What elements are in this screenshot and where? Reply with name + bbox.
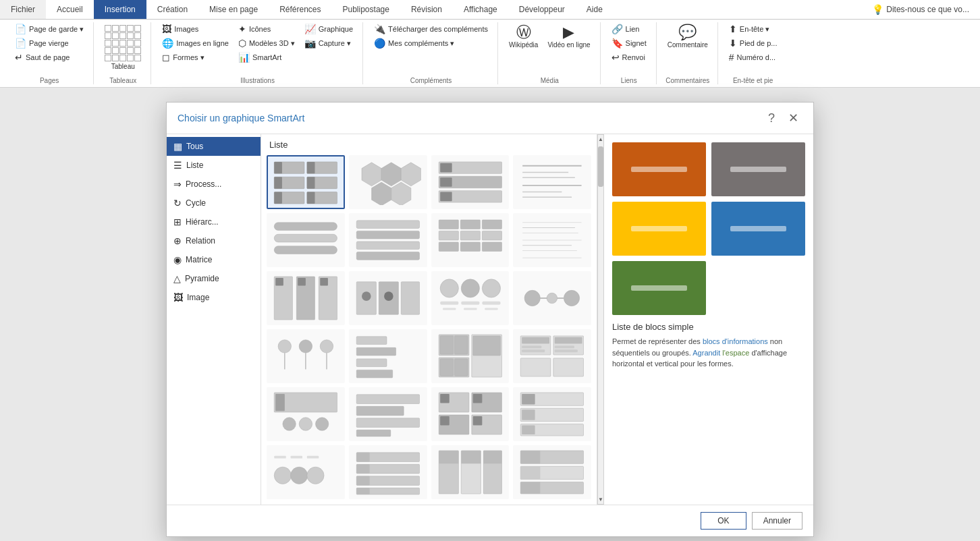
smartart-item-grid2[interactable] bbox=[513, 213, 591, 267]
svg-rect-135 bbox=[307, 456, 319, 459]
smartart-item-stepped[interactable] bbox=[349, 387, 427, 441]
hierarchie-icon: ⊞ bbox=[173, 217, 182, 227]
smartart-item-hexagons[interactable] bbox=[349, 155, 427, 209]
tab-references[interactable]: Références bbox=[269, 0, 331, 19]
smartart-dialog: Choisir un graphique SmartArt ? ✕ ▦ Tous bbox=[166, 102, 814, 537]
category-image[interactable]: 🖼 Image bbox=[167, 288, 261, 307]
telecharger-complements-button[interactable]: 🔌 Télécharger des compléments bbox=[370, 22, 492, 36]
images-en-ligne-button[interactable]: 🌐 Images en ligne bbox=[158, 36, 233, 50]
smartart-item-big-blocks[interactable] bbox=[431, 445, 510, 499]
smartart-item-circles-connected[interactable] bbox=[513, 271, 591, 325]
smartart-item-stacked-big[interactable] bbox=[513, 445, 591, 499]
smartart-item-lines[interactable] bbox=[513, 155, 591, 209]
scroll-down-arrow[interactable]: ▼ bbox=[597, 495, 605, 504]
smartart-item-cols2[interactable] bbox=[349, 271, 427, 325]
page-de-garde-button[interactable]: 📄 Page de garde ▾ bbox=[11, 22, 88, 36]
tab-publipostage[interactable]: Publipostage bbox=[332, 0, 400, 19]
smartart-item-stacked-rows[interactable] bbox=[513, 387, 591, 441]
formes-button[interactable]: ◻ Formes ▾ bbox=[158, 51, 233, 64]
tab-fichier[interactable]: Fichier bbox=[0, 0, 46, 19]
smartart-button[interactable]: 📊 SmartArt bbox=[234, 51, 299, 64]
category-liste[interactable]: ☰ Liste bbox=[167, 156, 261, 175]
category-hierarchie[interactable]: ⊞ Hiérarc... bbox=[167, 212, 261, 231]
svg-rect-55 bbox=[298, 278, 306, 286]
icones-icon: ✦ bbox=[238, 24, 246, 34]
ok-button[interactable]: OK bbox=[701, 512, 746, 530]
page-vierge-button[interactable]: 📄 Page vierge bbox=[11, 36, 88, 50]
swatch-yellow[interactable] bbox=[612, 202, 706, 256]
smartart-item-hbars-labeled[interactable] bbox=[349, 445, 427, 499]
dialog-footer: OK Annuler bbox=[167, 505, 813, 536]
tab-accueil[interactable]: Accueil bbox=[46, 0, 94, 19]
category-pyramide[interactable]: △ Pyramide bbox=[167, 269, 261, 288]
renvoi-button[interactable]: ↩ Renvoi bbox=[607, 51, 651, 64]
svg-point-109 bbox=[299, 418, 312, 430]
page-vierge-icon: 📄 bbox=[15, 38, 26, 49]
saut-de-page-button[interactable]: ↵ Saut de page bbox=[11, 51, 88, 64]
category-relation[interactable]: ⊕ Relation bbox=[167, 231, 261, 250]
images-button[interactable]: 🖼 Images bbox=[158, 22, 233, 36]
dialog-close-button[interactable]: ✕ bbox=[784, 109, 802, 127]
dialog-help-button[interactable]: ? bbox=[764, 110, 779, 127]
smartart-item-grid1[interactable] bbox=[431, 213, 510, 267]
smartart-item-circles-row[interactable] bbox=[267, 445, 345, 499]
icones-button[interactable]: ✦ Icônes bbox=[234, 22, 299, 36]
svg-rect-57 bbox=[320, 278, 328, 286]
tableau-button[interactable]: Tableau bbox=[101, 22, 145, 73]
svg-rect-31 bbox=[274, 246, 337, 254]
capture-button[interactable]: 📷 Capture ▾ bbox=[300, 36, 357, 50]
smartart-item-hbars1[interactable] bbox=[267, 213, 345, 267]
tab-developpeur[interactable]: Développeur bbox=[508, 0, 576, 19]
smartart-item-circle-list[interactable] bbox=[431, 271, 510, 325]
swatch-blue[interactable] bbox=[711, 202, 805, 256]
numero-button[interactable]: # Numéro d... bbox=[725, 51, 782, 64]
svg-point-131 bbox=[291, 467, 308, 484]
swatch-green[interactable] bbox=[612, 261, 706, 315]
svg-rect-68 bbox=[482, 302, 500, 305]
smartart-item-nested-blocks[interactable] bbox=[431, 329, 510, 383]
category-tous[interactable]: ▦ Tous bbox=[167, 137, 261, 156]
svg-point-110 bbox=[315, 418, 328, 430]
commentaire-button[interactable]: 💬 Commentaire bbox=[663, 22, 712, 51]
category-matrice-label: Matrice bbox=[186, 255, 212, 264]
category-matrice[interactable]: ◉ Matrice bbox=[167, 250, 261, 269]
modeles3d-button[interactable]: ⬡ Modèles 3D ▾ bbox=[234, 36, 299, 50]
saut-page-icon: ↵ bbox=[15, 52, 23, 63]
tab-aide[interactable]: Aide bbox=[576, 0, 614, 19]
smartart-item-text-lines[interactable] bbox=[513, 329, 591, 383]
swatch-gray[interactable] bbox=[711, 142, 805, 196]
tab-revision[interactable]: Révision bbox=[400, 0, 453, 19]
smartart-item-matrix-list[interactable] bbox=[431, 387, 510, 441]
smartart-item-arrows1[interactable] bbox=[267, 329, 345, 383]
pyramide-icon: △ bbox=[173, 273, 181, 284]
ribbon-help[interactable]: 💡 Dites-nous ce que vo... bbox=[861, 0, 980, 19]
smartart-item-blocs-simple[interactable] bbox=[267, 155, 345, 209]
lien-button[interactable]: 🔗 Lien bbox=[607, 22, 651, 36]
tab-creation[interactable]: Création bbox=[146, 0, 198, 19]
tab-mise-en-page[interactable]: Mise en page bbox=[198, 0, 269, 19]
graphique-button[interactable]: 📈 Graphique bbox=[300, 22, 357, 36]
mes-complements-button[interactable]: 🔵 Mes compléments ▾ bbox=[370, 36, 492, 50]
signet-button[interactable]: 🔖 Signet bbox=[607, 36, 651, 50]
smartart-item-process-bars[interactable] bbox=[349, 329, 427, 383]
tab-affichage[interactable]: Affichage bbox=[453, 0, 508, 19]
svg-rect-11 bbox=[307, 192, 315, 204]
cancel-button[interactable]: Annuler bbox=[752, 512, 802, 530]
tab-insertion[interactable]: Insertion bbox=[94, 0, 146, 19]
smartart-scrollbar[interactable]: ▲ ▼ bbox=[597, 134, 604, 505]
svg-rect-67 bbox=[461, 302, 479, 305]
category-processus[interactable]: ⇒ Process... bbox=[167, 175, 261, 194]
scroll-up-arrow[interactable]: ▲ bbox=[597, 135, 605, 144]
smartart-item-stacked1[interactable] bbox=[431, 155, 510, 209]
smartart-item-hbars2[interactable] bbox=[349, 213, 427, 267]
smartart-item-circles-bottom[interactable] bbox=[267, 387, 345, 441]
wikipedia-button[interactable]: Ⓦ Wikipédia bbox=[505, 22, 542, 51]
scroll-thumb[interactable] bbox=[598, 146, 603, 187]
video-en-ligne-button[interactable]: ▶ Vidéo en ligne bbox=[543, 22, 594, 51]
pied-de-page-button[interactable]: ⬇ Pied de p... bbox=[725, 36, 782, 50]
smartart-item-cols1[interactable] bbox=[267, 271, 345, 325]
svg-rect-3 bbox=[307, 162, 315, 173]
category-cycle[interactable]: ↻ Cycle bbox=[167, 194, 261, 212]
swatch-orange[interactable] bbox=[612, 142, 706, 196]
en-tete-button[interactable]: ⬆ En-tête ▾ bbox=[725, 22, 782, 36]
